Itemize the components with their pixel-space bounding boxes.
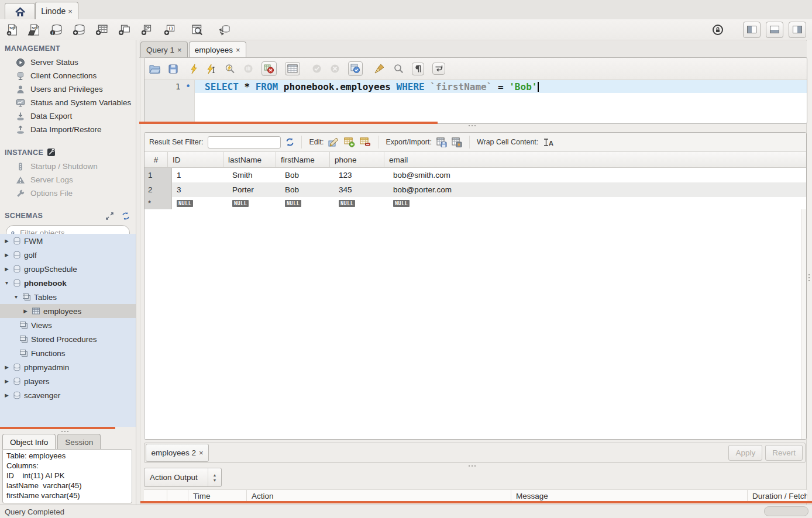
refresh-schemas-icon[interactable] <box>122 212 130 220</box>
rollback-icon[interactable] <box>330 64 340 74</box>
cell-id[interactable]: 1 <box>172 168 228 182</box>
sidebar-item-server-status[interactable]: Server Status <box>0 56 136 69</box>
wrap-content-icon[interactable]: A <box>543 138 553 147</box>
close-icon[interactable]: × <box>177 46 182 54</box>
chevron-down-icon[interactable]: ▼ <box>13 294 19 300</box>
sidebar-item-users-privileges[interactable]: Users and Privileges <box>0 82 136 96</box>
sidebar-item-options-file[interactable]: Options File <box>0 187 136 200</box>
chevron-right-icon[interactable]: ▶ <box>22 308 29 314</box>
execute-icon[interactable] <box>190 64 198 74</box>
cell-null[interactable]: NULL <box>388 197 806 209</box>
vertical-scrollbar[interactable] <box>801 209 806 439</box>
result-set-tab-employees-2[interactable]: employees 2× <box>146 444 209 462</box>
cell-null[interactable]: NULL <box>172 197 228 209</box>
result-set-filter-input[interactable] <box>208 136 281 149</box>
column-header-email[interactable]: email <box>384 152 806 167</box>
sidebar-splitter-grip[interactable] <box>61 430 70 433</box>
output-splitter-grip[interactable] <box>468 465 477 467</box>
close-icon[interactable]: × <box>68 8 73 15</box>
cell-id[interactable]: 3 <box>172 182 228 197</box>
sidebar-item-server-logs[interactable]: Server Logs <box>0 173 136 187</box>
tab-query-1[interactable]: Query 1× <box>140 42 188 57</box>
chevron-right-icon[interactable]: ▶ <box>4 378 10 384</box>
cell-email[interactable]: bob@porter.com <box>388 182 806 197</box>
wrap-text-icon[interactable] <box>432 63 445 75</box>
column-header-rownum[interactable]: # <box>144 152 168 167</box>
toggle-left-sidebar-button[interactable] <box>743 22 761 38</box>
new-query-tab-icon[interactable]: SQL <box>6 24 19 36</box>
sql-line-1[interactable]: SELECT * FROM phonebook.employees WHERE … <box>195 80 807 93</box>
create-schema-icon[interactable] <box>72 24 86 36</box>
insert-row-icon[interactable] <box>344 137 355 147</box>
action-output-selector[interactable]: Action Output ▲▼ <box>144 468 222 487</box>
table-row[interactable]: 2 3 Porter Bob 345 bob@porter.com <box>144 182 806 197</box>
tree-item-schema-groupschedule[interactable]: ▶groupSchedule <box>0 262 136 276</box>
cell-email[interactable]: bob@smith.com <box>388 168 806 182</box>
schema-inspector-icon[interactable]: i <box>49 24 63 36</box>
home-tab[interactable] <box>5 3 35 20</box>
expand-schemas-icon[interactable] <box>106 212 113 220</box>
toggle-bottom-panel-button[interactable] <box>766 22 783 38</box>
lock-icon[interactable] <box>712 24 724 36</box>
cell-null[interactable]: NULL <box>334 197 388 209</box>
editor-result-splitter-grip[interactable] <box>468 125 477 127</box>
chevron-right-icon[interactable]: ▶ <box>4 238 10 244</box>
create-view-icon[interactable] <box>118 24 132 36</box>
horizontal-scrollbar-thumb[interactable] <box>764 506 808 516</box>
spinner-up-icon[interactable]: ▲ <box>213 473 217 477</box>
chevron-right-icon[interactable]: ▶ <box>4 364 10 370</box>
cell-null[interactable]: NULL <box>280 197 334 209</box>
cell-phone[interactable]: 123 <box>334 168 388 182</box>
open-sql-file-icon[interactable]: SQL <box>27 24 40 36</box>
find-icon[interactable] <box>394 64 404 74</box>
sidebar-item-status-system-variables[interactable]: Status and System Variables <box>0 96 136 109</box>
column-header-id[interactable]: ID <box>168 152 223 167</box>
toggle-autocommit-icon[interactable] <box>348 61 363 76</box>
tree-item-schema-golf[interactable]: ▶golf <box>0 248 136 262</box>
close-icon[interactable]: × <box>199 449 204 457</box>
output-column-duration[interactable]: Duration / Fetch <box>748 490 807 502</box>
sidebar-item-data-export[interactable]: Data Export <box>0 109 136 123</box>
reconnect-dbms-icon[interactable] <box>217 24 231 36</box>
tree-item-schema-phonebook[interactable]: ▼phonebook <box>0 276 136 290</box>
tab-object-info[interactable]: Object Info <box>2 434 56 450</box>
output-column-time[interactable]: Time <box>188 490 247 502</box>
cell-firstname[interactable]: Bob <box>280 182 334 197</box>
invisible-chars-icon[interactable] <box>412 63 424 75</box>
limit-rows-icon[interactable] <box>285 62 300 75</box>
create-procedure-icon[interactable] <box>140 24 154 36</box>
cell-firstname[interactable]: Bob <box>280 168 334 182</box>
open-file-icon[interactable] <box>149 64 160 74</box>
tree-item-stored-procedures-folder[interactable]: Stored Procedures <box>0 332 136 346</box>
create-table-icon[interactable] <box>95 24 109 36</box>
explain-icon[interactable] <box>225 64 235 74</box>
save-icon[interactable] <box>168 64 178 74</box>
delete-row-icon[interactable] <box>360 137 371 147</box>
sidebar-item-client-connections[interactable]: Client Connections <box>0 69 136 82</box>
chevron-right-icon[interactable]: ▶ <box>4 252 10 258</box>
edit-record-icon[interactable] <box>328 137 339 147</box>
output-column-action[interactable]: Action <box>247 490 511 502</box>
tree-item-tables-folder[interactable]: ▼Tables <box>0 290 136 304</box>
tab-employees[interactable]: employees× <box>189 42 246 57</box>
cell-lastname[interactable]: Smith <box>228 168 280 182</box>
sidebar-item-startup-shutdown[interactable]: Startup / Shutdown <box>0 160 136 173</box>
cell-null[interactable]: NULL <box>228 197 280 209</box>
tree-item-schema-players[interactable]: ▶players <box>0 374 136 388</box>
new-row-placeholder[interactable]: * NULL NULL NULL NULL NULL <box>144 197 806 209</box>
export-recordset-icon[interactable] <box>436 137 447 147</box>
connection-tab-linode[interactable]: Linode × <box>35 2 78 20</box>
toggle-stop-on-error-icon[interactable] <box>262 61 277 76</box>
output-column-message[interactable]: Message <box>511 490 748 502</box>
close-icon[interactable]: × <box>236 46 240 54</box>
tab-session[interactable]: Session <box>57 434 101 450</box>
table-row[interactable]: 1 1 Smith Bob 123 bob@smith.com <box>144 168 806 182</box>
toggle-right-sidebar-button[interactable] <box>789 22 806 38</box>
revert-button[interactable]: Revert <box>765 445 803 461</box>
editor-code-area[interactable]: SELECT * FROM phonebook.employees WHERE … <box>195 80 807 123</box>
sidebar-splitter[interactable] <box>136 40 140 505</box>
refresh-icon[interactable] <box>285 138 294 146</box>
execute-current-icon[interactable] <box>207 64 216 74</box>
sidebar-item-data-import[interactable]: Data Import/Restore <box>0 123 136 136</box>
chevron-down-icon[interactable]: ▼ <box>4 280 10 286</box>
